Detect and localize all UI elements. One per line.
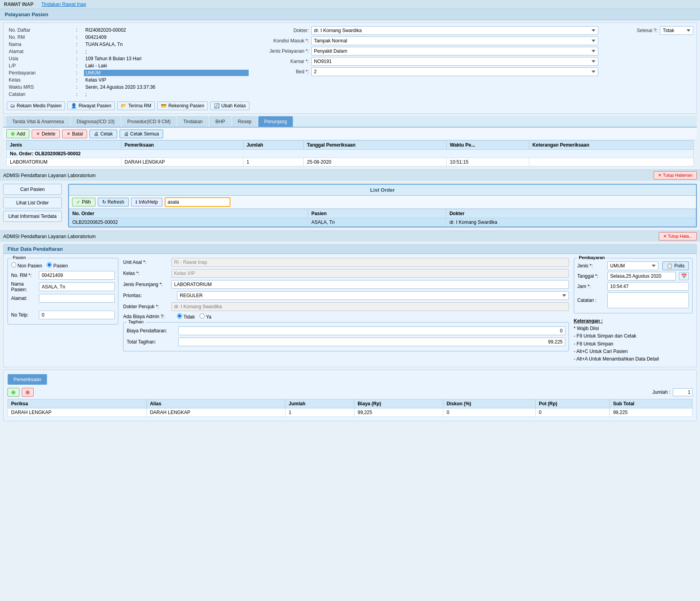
info-help-button[interactable]: ℹ Info/Help: [131, 198, 162, 206]
dokter-select[interactable]: dr. I Komang Swardika: [311, 26, 598, 35]
polis-icon: 📋: [667, 263, 673, 269]
pemeriksaan-add-button[interactable]: ⊕: [8, 388, 19, 397]
patient-buttons: 🗂 Rekam Medis Pasien 👤 Riwayat Pasien 📂 …: [7, 101, 249, 110]
patient-section: No. Daftar : RI24082020-00002 No. RM : 0…: [3, 23, 697, 114]
ada-biaya-admin-label: Ada Biaya Admin ?:: [123, 314, 175, 319]
unit-asal-input: [171, 258, 569, 267]
tab-diagnosa[interactable]: Diagnosa(ICD 10): [71, 116, 121, 127]
col-pasien: Pasien: [308, 209, 446, 218]
pelayanan-pasien-header: Pelayanan Pasien: [0, 9, 700, 20]
patient-form: Dokter: dr. I Komang Swardika Kondisi Ma…: [257, 26, 598, 110]
catatan-value: ;: [84, 91, 248, 97]
no-telp-input[interactable]: [39, 311, 115, 319]
jenis-pembayaran-select[interactable]: UMUM: [607, 261, 658, 270]
ya-radio[interactable]: [200, 313, 205, 319]
tindakan-rawat-inap-link[interactable]: Tindakan Rawat Inap: [41, 2, 86, 7]
order-table: Jenis Pemeriksaan Jumlah Tanggal Pemerik…: [6, 140, 694, 166]
tabs-bar: Tanda Vital & Anamnesa Diagnosa(ICD 10) …: [3, 116, 697, 128]
cell-jenis: LABORATORIUM: [7, 158, 122, 166]
cell-diskon: 0: [443, 408, 536, 417]
calendar-button[interactable]: 📅: [679, 272, 689, 280]
jenis-pembayaran-label: Jenis *:: [577, 263, 605, 269]
pendaftaran-link-2[interactable]: Pendaftaran Layanan Laboratorium: [21, 234, 96, 239]
list-order-row[interactable]: OLB20200825-00002 ASALA, Tn dr. I Komang…: [69, 218, 696, 227]
table-row[interactable]: LABORATORIUM DARAH LENGKAP 1 25-08-2020 …: [7, 158, 694, 166]
non-pasien-radio-label[interactable]: Non Pasien: [11, 262, 42, 269]
catatan-textarea[interactable]: [607, 292, 689, 308]
jam-input[interactable]: [607, 282, 689, 291]
status-bar-1: ADMISI Pendaftaran Layanan Laboratorium …: [0, 170, 700, 181]
pemeriksaan-section: Pemeriksaan ⊕ ⊗ Jumlah : Periksa Alias J…: [3, 370, 697, 421]
list-order-table: No. Order Pasien Dokter OLB20200825-0000…: [69, 209, 696, 227]
ya-radio-label[interactable]: Ya: [200, 313, 211, 320]
pendaftaran-link-1[interactable]: Pendaftaran Layanan Laboratorium: [21, 173, 96, 178]
terima-rm-button[interactable]: 📂 Terima RM: [117, 101, 155, 110]
delete-button[interactable]: ✕ Delete: [32, 130, 60, 138]
prioritas-select[interactable]: REGULER: [177, 291, 569, 300]
keterangan-title: Keterangan :: [574, 317, 692, 325]
tutup-halaman-button-2[interactable]: ✕ Tutup Hala...: [659, 232, 697, 240]
no-rm-input[interactable]: [39, 271, 115, 280]
keterangan-box: Keterangan : * Wajib Diisi - F9 Untuk Si…: [574, 317, 692, 363]
tidak-radio[interactable]: [177, 313, 182, 319]
list-order-section: List Order ✓ Pilih ↻ Refresh ℹ Info/Help: [68, 184, 697, 227]
tab-prosedur[interactable]: Prosedur(ICD 9 CM): [122, 116, 177, 127]
tidak-radio-label[interactable]: Tidak: [177, 313, 195, 320]
waktu-mrs-label: Waktu MRS: [8, 84, 74, 90]
col-jumlah: Jumlah: [243, 141, 304, 150]
delete-icon: ✕: [36, 131, 40, 137]
pembayaran-section: Pembayaran Jenis *: UMUM 📋 Polis Tanggal…: [574, 258, 692, 313]
col-jenis: Jenis: [7, 141, 122, 150]
tanggal-input[interactable]: [607, 272, 676, 280]
nama-value: TUAN ASALA, Tn: [84, 41, 248, 48]
tab-tindakan[interactable]: Tindakan: [177, 116, 209, 127]
cetak-button[interactable]: 🖨 Cetak: [89, 130, 117, 138]
usia-label: Usia: [8, 55, 74, 62]
jenis-pelayanan-select[interactable]: Penyakit Dalam: [311, 47, 598, 55]
pemeriksaan-tab[interactable]: Pemeriksaan: [8, 374, 47, 385]
total-tagihan-label: Total Tagihan:: [127, 339, 178, 345]
selesai-select[interactable]: Tidak: [660, 26, 693, 35]
nama-pasien-input[interactable]: [39, 282, 115, 291]
main-toolbar: ⊕ Add ✕ Delete ✕ Batal 🖨 Cetak 🖨 Cetak S…: [3, 128, 697, 140]
tab-tanda-vital[interactable]: Tanda Vital & Anamnesa: [6, 116, 70, 127]
pembayaran-label: Pembayaran: [8, 70, 74, 76]
lihat-list-order-button[interactable]: Lihat List Order: [3, 197, 62, 208]
rekam-medis-button[interactable]: 🗂 Rekam Medis Pasien: [7, 101, 65, 110]
non-pasien-radio[interactable]: [11, 262, 16, 267]
refresh-button[interactable]: ↻ Refresh: [98, 198, 129, 206]
batal-button[interactable]: ✕ Batal: [62, 130, 87, 138]
periksa-row[interactable]: DARAH LENGKAP DARAH LENGKAP 1 99,225 0 0…: [8, 408, 692, 417]
list-order-search[interactable]: [165, 197, 230, 207]
total-tagihan-value: 99.225: [178, 338, 565, 346]
cari-pasien-button[interactable]: Cari Pasien: [3, 184, 62, 195]
pasien-radio[interactable]: [47, 262, 52, 267]
cetak-semua-button[interactable]: 🖨 Cetak Semua: [120, 130, 164, 138]
kamar-select[interactable]: NO9191: [311, 57, 598, 66]
tab-penunjang[interactable]: Penunjang: [258, 116, 293, 127]
ubah-kelas-button[interactable]: 🔄 Ubah Kelas: [210, 101, 249, 110]
lihat-informasi-button[interactable]: Lihat Informasi Terdata: [3, 211, 62, 222]
lp-label: L/P: [8, 63, 74, 69]
biaya-admin-radio-group: Tidak Ya: [177, 313, 211, 320]
alamat-input[interactable]: [39, 294, 115, 303]
pembayaran-value: UMUM: [84, 70, 248, 76]
pasien-radio-label[interactable]: Pasien: [47, 262, 68, 269]
tab-bhp[interactable]: BHP: [209, 116, 231, 127]
pemeriksaan-del-button[interactable]: ⊗: [22, 388, 34, 397]
add-icon: ⊕: [11, 131, 15, 137]
pilih-button[interactable]: ✓ Pilih: [72, 198, 95, 206]
two-col-section: Cari Pasien Lihat List Order Lihat Infor…: [0, 181, 700, 231]
rekening-pasien-button[interactable]: 💳 Rekening Pasien: [157, 101, 208, 110]
no-daftar-label: No. Daftar: [8, 27, 74, 33]
riwayat-pasien-button[interactable]: 👤 Riwayat Pasien: [67, 101, 115, 110]
tutup-halaman-button-1[interactable]: ✕ Tutup Halaman: [654, 171, 697, 179]
kondisi-masuk-select[interactable]: Tampak Normal: [311, 36, 598, 45]
dokter-label: Dokter:: [257, 28, 309, 33]
tab-resep[interactable]: Resep: [232, 116, 258, 127]
polis-button[interactable]: 📋 Polis: [662, 261, 689, 270]
add-button[interactable]: ⊕ Add: [6, 129, 29, 138]
jenis-penunjang-input[interactable]: [171, 280, 569, 289]
bed-select[interactable]: 2: [311, 67, 598, 76]
jumlah-input[interactable]: [673, 388, 692, 396]
